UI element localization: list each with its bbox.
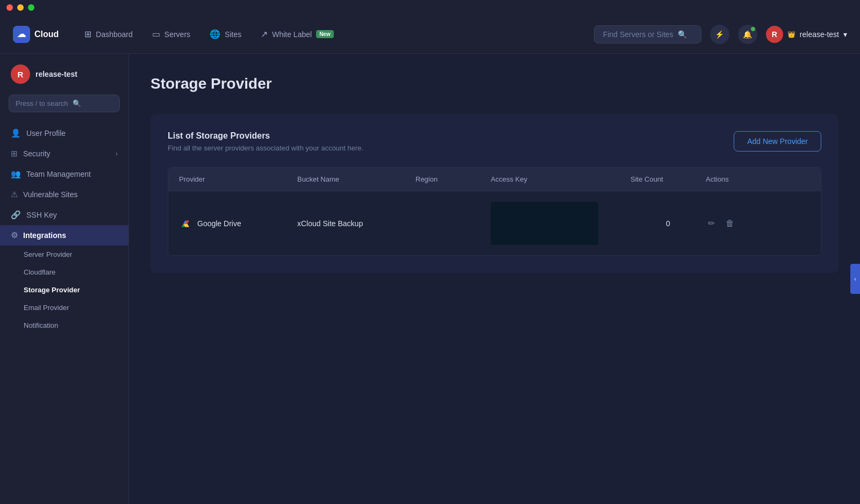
sidebar-sub-cloudflare-label: Cloudflare: [24, 268, 55, 276]
sidebar-item-security-label: Security: [23, 149, 51, 158]
security-icon: ⊞: [11, 149, 18, 159]
main-content: Storage Provider List of Storage Provide…: [129, 54, 860, 504]
th-site-count: Site Count: [630, 175, 706, 183]
servers-icon: ▭: [152, 29, 160, 39]
logo-text: Cloud: [34, 30, 59, 39]
main-layout: R release-test Press / to search 🔍 👤 Use…: [0, 54, 860, 504]
provider-name: Google Drive: [197, 219, 241, 228]
nav-item-dashboard[interactable]: ⊞ Dashboard: [76, 25, 141, 44]
access-key-cell: [491, 202, 630, 245]
user-menu[interactable]: R 👑 release-test ▾: [766, 26, 847, 43]
sidebar: R release-test Press / to search 🔍 👤 Use…: [0, 54, 129, 504]
activity-button[interactable]: ⚡: [710, 25, 729, 44]
sidebar-item-left-ssh: 🔗 SSH Key: [11, 210, 57, 220]
sidebar-item-team-management[interactable]: 👥 Team Management: [0, 164, 128, 184]
user-avatar: R: [766, 26, 783, 43]
logo[interactable]: ☁ Cloud: [13, 26, 59, 43]
nav-item-white-label[interactable]: ↗ White Label New: [252, 25, 342, 44]
nav-item-servers-label: Servers: [164, 30, 190, 39]
page-title: Storage Provider: [150, 75, 838, 92]
sidebar-item-vulnerable-label: Vulnerable Sites: [23, 190, 77, 199]
site-count-value: 0: [666, 219, 670, 228]
chevron-left-icon: ‹: [854, 276, 856, 282]
th-access-key: Access Key: [491, 175, 630, 183]
sidebar-item-integrations-label: Integrations: [23, 231, 66, 240]
user-profile-icon: 👤: [11, 128, 21, 138]
bucket-name-cell: xCloud Site Backup: [297, 219, 415, 228]
sidebar-sub-item-notification[interactable]: Notification: [0, 316, 128, 334]
topnav: ☁ Cloud ⊞ Dashboard ▭ Servers 🌐 Sites ↗ …: [0, 15, 860, 54]
storage-providers-card: List of Storage Providers Find all the s…: [150, 114, 838, 273]
card-header: List of Storage Providers Find all the s…: [168, 131, 821, 152]
sidebar-username: release-test: [35, 70, 77, 78]
vulnerable-icon: ⚠: [11, 190, 18, 199]
sidebar-sub-notification-label: Notification: [24, 321, 58, 329]
search-icon: 🔍: [678, 30, 687, 39]
sidebar-item-left-user-profile: 👤 User Profile: [11, 128, 66, 138]
google-drive-icon: [179, 217, 192, 230]
ssh-icon: 🔗: [11, 210, 21, 220]
site-count-cell: 0: [630, 219, 706, 228]
notifications-button[interactable]: 🔔: [738, 25, 757, 44]
sidebar-item-integrations[interactable]: ⚙ Integrations: [0, 225, 128, 246]
titlebar-dot-green[interactable]: [28, 4, 34, 11]
card-subtitle: Find all the server providers associated…: [168, 144, 363, 152]
integrations-icon: ⚙: [11, 231, 18, 240]
activity-icon: ⚡: [715, 30, 724, 39]
sidebar-sub-item-server-provider[interactable]: Server Provider: [0, 246, 128, 263]
user-chevron-icon: ▾: [843, 30, 847, 39]
logo-icon: ☁: [13, 26, 30, 43]
add-provider-button[interactable]: Add New Provider: [734, 131, 821, 152]
nav-item-sites[interactable]: 🌐 Sites: [201, 25, 250, 44]
sidebar-sub-server-provider-label: Server Provider: [24, 250, 72, 258]
actions-cell: ✏ 🗑: [706, 216, 810, 231]
sidebar-sub-item-cloudflare[interactable]: Cloudflare: [0, 263, 128, 281]
storage-providers-table: Provider Bucket Name Region Access Key S…: [168, 167, 821, 256]
white-label-badge: New: [316, 30, 334, 38]
sidebar-item-security[interactable]: ⊞ Security ›: [0, 143, 128, 164]
sidebar-item-left-team: 👥 Team Management: [11, 169, 91, 179]
sidebar-item-left-security: ⊞ Security: [11, 149, 51, 159]
access-key-redacted: [491, 202, 598, 245]
nav-item-servers[interactable]: ▭ Servers: [144, 25, 199, 44]
security-chevron-icon: ›: [116, 150, 118, 157]
right-sidebar-toggle[interactable]: ‹: [850, 264, 860, 294]
sidebar-item-vulnerable-sites[interactable]: ⚠ Vulnerable Sites: [0, 184, 128, 205]
table-row: Google Drive xCloud Site Backup 0: [168, 191, 821, 255]
sidebar-user: R release-test: [0, 64, 128, 95]
nav-item-sites-label: Sites: [225, 30, 241, 39]
sidebar-search[interactable]: Press / to search 🔍: [9, 95, 120, 112]
sidebar-sub-item-email-provider[interactable]: Email Provider: [0, 299, 128, 316]
white-label-icon: ↗: [261, 29, 268, 39]
bell-icon: 🔔: [743, 30, 752, 39]
card-header-text: List of Storage Providers Find all the s…: [168, 131, 363, 152]
th-bucket-name: Bucket Name: [297, 175, 415, 183]
crown-icon: 👑: [787, 31, 796, 38]
sidebar-avatar: R: [11, 64, 30, 84]
sidebar-sub-item-storage-provider[interactable]: Storage Provider: [0, 281, 128, 299]
team-icon: 👥: [11, 169, 21, 179]
global-search[interactable]: Find Servers or Sites 🔍: [594, 25, 701, 44]
nav-right: Find Servers or Sites 🔍 ⚡ 🔔 R 👑 release-…: [594, 25, 847, 44]
edit-button[interactable]: ✏: [706, 216, 717, 231]
th-provider: Provider: [179, 175, 297, 183]
sidebar-item-team-label: Team Management: [26, 170, 91, 178]
titlebar-dot-red[interactable]: [6, 4, 13, 11]
sidebar-sub-email-provider-label: Email Provider: [24, 304, 69, 312]
nav-items: ⊞ Dashboard ▭ Servers 🌐 Sites ↗ White La…: [76, 25, 594, 44]
nav-item-dashboard-label: Dashboard: [96, 30, 133, 39]
sidebar-item-ssh-key[interactable]: 🔗 SSH Key: [0, 205, 128, 225]
notification-dot: [751, 27, 755, 31]
sidebar-item-left-vulnerable: ⚠ Vulnerable Sites: [11, 190, 77, 199]
sidebar-search-text: Press / to search: [16, 99, 68, 107]
sidebar-item-left-integrations: ⚙ Integrations: [11, 231, 66, 240]
delete-button[interactable]: 🗑: [723, 217, 736, 231]
sidebar-sub-storage-provider-label: Storage Provider: [24, 286, 80, 294]
nav-item-white-label-label: White Label: [272, 30, 312, 39]
dashboard-icon: ⊞: [84, 29, 91, 39]
titlebar-dot-yellow[interactable]: [17, 4, 24, 11]
sidebar-item-user-profile[interactable]: 👤 User Profile: [0, 123, 128, 143]
sidebar-item-user-profile-label: User Profile: [26, 129, 66, 138]
sidebar-nav: 👤 User Profile ⊞ Security › 👥 Team Manag…: [0, 123, 128, 334]
user-initial: R: [772, 30, 777, 39]
